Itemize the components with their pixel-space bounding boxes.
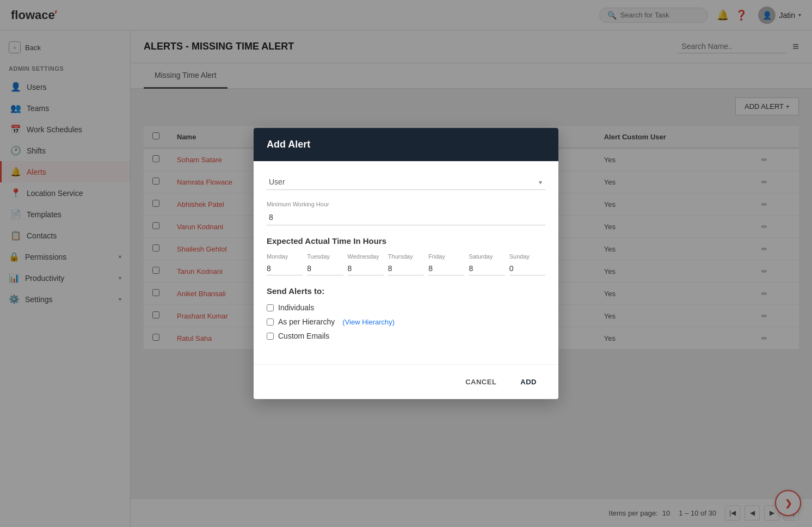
hierarchy-checkbox[interactable] [267, 318, 274, 326]
day-label: Saturday [469, 253, 505, 260]
hierarchy-label: As per Hierarchy [278, 317, 335, 326]
hour-input-tuesday[interactable] [307, 262, 343, 275]
day-label: Tuesday [307, 253, 343, 260]
hour-col-friday: Friday [428, 253, 464, 275]
send-alerts-title: Send Alerts to: [267, 286, 545, 296]
hour-input-wednesday[interactable] [348, 262, 384, 275]
expected-section: Expected Actual Time In Hours Monday Tue… [267, 236, 545, 275]
user-select-wrap: User ▾ [267, 174, 545, 190]
select-arrow-icon: ▾ [539, 179, 542, 186]
hour-col-tuesday: Tuesday [307, 253, 343, 275]
hour-col-wednesday: Wednesday [348, 253, 384, 275]
hierarchy-checkbox-row: As per Hierarchy (View Hierarchy) [267, 317, 545, 326]
custom-emails-checkbox-row: Custom Emails [267, 332, 545, 340]
modal-body: User ▾ Minimum Working Hour Expected Act… [254, 161, 558, 364]
hour-col-sunday: Sunday [509, 253, 545, 275]
modal-header: Add Alert [254, 128, 558, 161]
min-hour-form-group: Minimum Working Hour [267, 201, 545, 225]
send-alerts-section: Send Alerts to: Individuals As per Hiera… [267, 286, 545, 340]
hour-input-saturday[interactable] [469, 262, 505, 275]
day-label: Thursday [388, 253, 424, 260]
day-label: Sunday [509, 253, 545, 260]
custom-emails-checkbox[interactable] [267, 333, 274, 340]
day-label: Wednesday [348, 253, 384, 260]
user-form-group: User ▾ [267, 174, 545, 190]
hour-input-monday[interactable] [267, 262, 303, 275]
hour-col-thursday: Thursday [388, 253, 424, 275]
hour-col-saturday: Saturday [469, 253, 505, 275]
min-working-hour-input[interactable] [267, 210, 545, 225]
expected-section-title: Expected Actual Time In Hours [267, 236, 545, 246]
modal-footer: CANCEL ADD [254, 364, 558, 399]
day-label: Friday [428, 253, 464, 260]
hour-input-friday[interactable] [428, 262, 464, 275]
modal-title: Add Alert [267, 139, 545, 150]
view-hierarchy-link[interactable]: (View Hierarchy) [342, 318, 395, 326]
day-label: Monday [267, 253, 303, 260]
add-button[interactable]: ADD [512, 373, 545, 390]
user-select[interactable]: User [267, 174, 545, 190]
modal-overlay: Add Alert User ▾ Minimum Working Hour Ex… [0, 0, 812, 527]
hour-col-monday: Monday [267, 253, 303, 275]
individuals-checkbox-row: Individuals [267, 303, 545, 312]
hour-input-sunday[interactable] [509, 262, 545, 275]
add-alert-modal: Add Alert User ▾ Minimum Working Hour Ex… [254, 128, 558, 399]
individuals-label: Individuals [278, 303, 314, 312]
hours-grid: Monday Tuesday Wednesday Thursday Friday… [267, 253, 545, 275]
hour-input-thursday[interactable] [388, 262, 424, 275]
min-hour-label: Minimum Working Hour [267, 201, 545, 207]
custom-emails-label: Custom Emails [278, 332, 329, 340]
individuals-checkbox[interactable] [267, 304, 274, 311]
cancel-button[interactable]: CANCEL [457, 373, 505, 390]
